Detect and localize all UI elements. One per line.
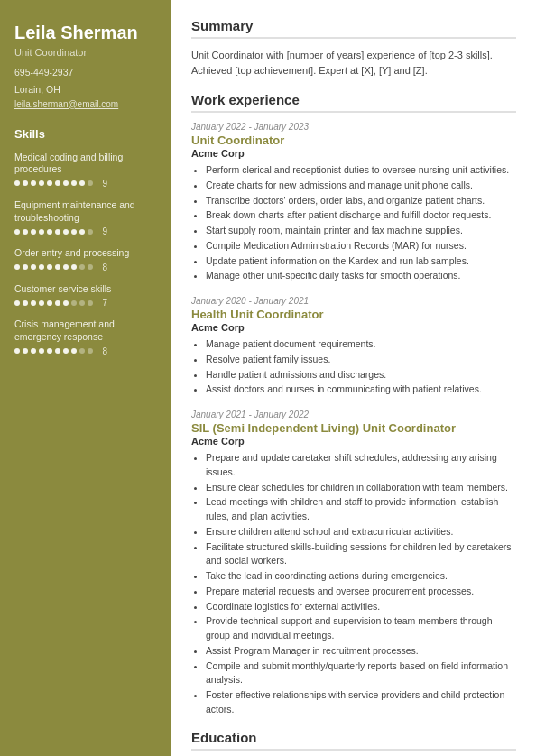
email[interactable]: leila.sherman@email.com [14, 99, 157, 109]
summary-text: Unit Coordinator with [number of years] … [191, 48, 516, 78]
skill-dot [23, 180, 28, 186]
list-item: Facilitate structured skills-building se… [206, 540, 516, 569]
job-company: Acme Corp [191, 148, 516, 159]
job-bullets: Manage patient document requirements.Res… [191, 337, 516, 397]
job-block: January 2020 - January 2021Health Unit C… [191, 296, 516, 397]
skill-dot [31, 229, 36, 235]
skill-item: Order entry and processing8 [14, 247, 157, 272]
list-item: Take the lead in coordinating actions du… [206, 569, 516, 584]
skill-dot [55, 180, 60, 186]
skill-dot [14, 180, 20, 186]
skill-name: Customer service skills [14, 283, 157, 296]
skills-list: Medical coding and billing procedures9Eq… [14, 152, 157, 356]
skill-item: Equipment maintenance and troubleshootin… [14, 199, 157, 236]
skill-dot [88, 348, 93, 354]
skill-score: 9 [98, 226, 107, 236]
skill-dot [63, 229, 69, 235]
skill-score: 9 [98, 179, 107, 189]
skill-dot [63, 264, 69, 270]
skill-dot [63, 180, 69, 186]
skill-dot [23, 348, 28, 354]
skill-dot [79, 348, 85, 354]
skill-dot [39, 229, 44, 235]
skills-section-title: Skills [14, 127, 157, 141]
skill-name: Order entry and processing [14, 247, 157, 260]
skill-dot [47, 180, 52, 186]
skill-score: 7 [98, 298, 107, 308]
list-item: Create charts for new admissions and man… [206, 179, 516, 193]
work-experience-section-title: Work experience [191, 92, 516, 113]
list-item: Update patient information on the Kardex… [206, 254, 516, 269]
skill-dot [31, 300, 36, 306]
skill-name: Crisis management and emergency response [14, 318, 157, 343]
job-title: Unit Coordinator [191, 134, 516, 147]
skill-dot [31, 348, 36, 354]
skill-dot [23, 229, 28, 235]
job-company: Acme Corp [191, 436, 516, 447]
skill-dot [31, 180, 36, 186]
candidate-title: Unit Coordinator [14, 47, 157, 58]
skill-dot [55, 264, 60, 270]
education-section-title: Education [191, 730, 516, 751]
list-item: Resolve patient family issues. [206, 353, 516, 367]
summary-section-title: Summary [191, 18, 516, 39]
list-item: Break down charts after patient discharg… [206, 208, 516, 223]
location: Lorain, OH [14, 82, 157, 97]
skill-dot [88, 264, 93, 270]
skill-name: Equipment maintenance and troubleshootin… [14, 199, 157, 224]
skill-dot [39, 348, 44, 354]
phone: 695-449-2937 [14, 65, 157, 80]
job-date: January 2021 - January 2022 [191, 410, 516, 419]
skill-dot [79, 300, 85, 306]
job-bullets: Prepare and update caretaker shift sched… [191, 451, 516, 717]
list-item: Provide technical support and supervisio… [206, 614, 516, 643]
list-item: Manage patient document requirements. [206, 337, 516, 352]
skill-dot [71, 180, 77, 186]
skill-dot [63, 300, 69, 306]
skill-dot [79, 264, 85, 270]
skill-dot [39, 300, 44, 306]
skill-dot [71, 264, 77, 270]
skill-dot [14, 348, 20, 354]
candidate-name: Leila Sherman [14, 22, 157, 43]
jobs-list: January 2022 - January 2023Unit Coordina… [191, 122, 516, 717]
skill-dot [71, 229, 77, 235]
list-item: Ensure children attend school and extrac… [206, 525, 516, 539]
list-item: Start supply room, maintain printer and … [206, 224, 516, 238]
list-item: Prepare material requests and oversee pr… [206, 585, 516, 599]
skill-item: Customer service skills7 [14, 283, 157, 309]
skill-dot [71, 300, 77, 306]
job-block: January 2022 - January 2023Unit Coordina… [191, 122, 516, 283]
skill-dot [71, 348, 77, 354]
skill-dot [55, 229, 60, 235]
skill-dot [47, 300, 52, 306]
list-item: Transcribe doctors' orders, order labs, … [206, 194, 516, 208]
job-block: January 2021 - January 2022SIL (Semi Ind… [191, 410, 516, 717]
skill-name: Medical coding and billing procedures [14, 152, 157, 176]
skill-score: 8 [98, 263, 107, 272]
skill-item: Crisis management and emergency response… [14, 318, 157, 355]
list-item: Assist doctors and nurses in communicati… [206, 383, 516, 397]
sidebar: Leila Sherman Unit Coordinator 695-449-2… [0, 0, 171, 756]
skill-dot [14, 300, 20, 306]
skill-dot [55, 348, 60, 354]
list-item: Handle patient admissions and discharges… [206, 368, 516, 383]
skill-dot [39, 180, 44, 186]
skill-dot [23, 300, 28, 306]
main-content: Summary Unit Coordinator with [number of… [171, 0, 536, 756]
skill-item: Medical coding and billing procedures9 [14, 152, 157, 189]
skill-dot [47, 264, 52, 270]
skill-dot [63, 348, 69, 354]
skill-dot [79, 229, 85, 235]
skill-dot [88, 229, 93, 235]
skill-dot [23, 264, 28, 270]
list-item: Assist Program Manager in recruitment pr… [206, 644, 516, 659]
list-item: Compile Medication Administration Record… [206, 239, 516, 254]
list-item: Perform clerical and receptionist duties… [206, 163, 516, 178]
skill-dot [39, 264, 44, 270]
job-bullets: Perform clerical and receptionist duties… [191, 163, 516, 283]
skill-dot [79, 180, 85, 186]
list-item: Foster effective relationships with serv… [206, 688, 516, 717]
skill-dot [47, 348, 52, 354]
job-company: Acme Corp [191, 322, 516, 333]
